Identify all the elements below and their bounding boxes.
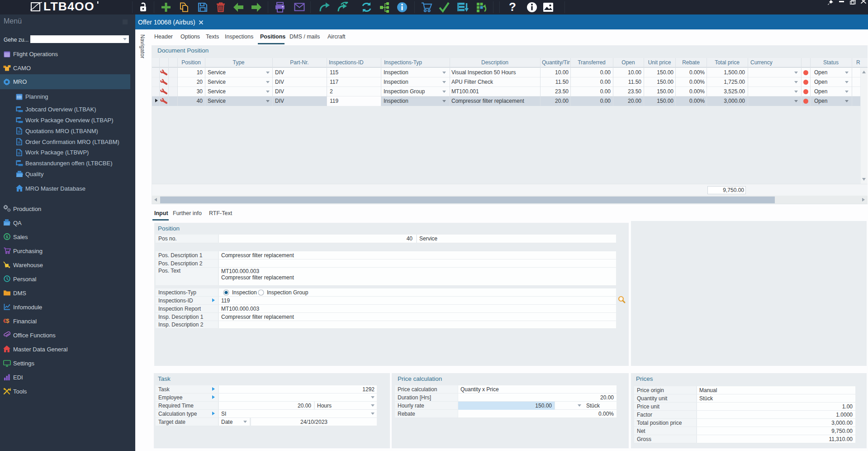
svg-text:$: $: [6, 234, 9, 239]
svg-text:LTB4OO: LTB4OO: [43, 0, 95, 13]
svg-text:?: ?: [509, 1, 516, 14]
